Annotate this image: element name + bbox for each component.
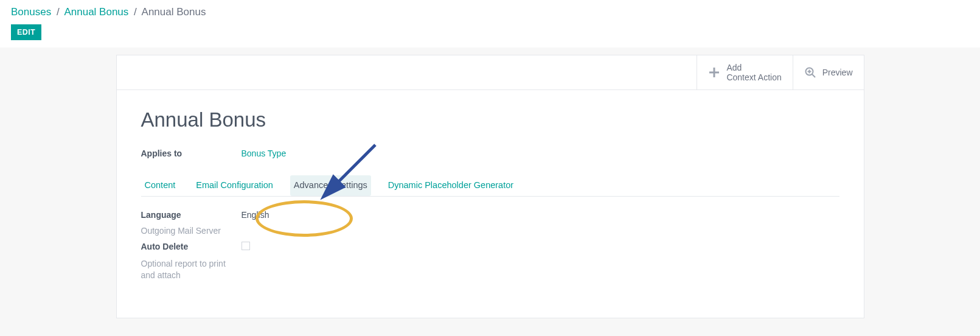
page-title: Annual Bonus	[141, 108, 839, 131]
optional-report-label: Optional report to print and attach	[141, 258, 242, 281]
tab-bar: Content Email Configuration Advanced Set…	[141, 175, 839, 197]
card-header: AddContext Action Preview	[117, 55, 864, 90]
preview-button[interactable]: Preview	[793, 55, 864, 89]
zoom-in-icon	[804, 66, 816, 79]
breadcrumb-current: Annual Bonus	[142, 6, 206, 18]
breadcrumb-link-bonuses[interactable]: Bonuses	[11, 6, 51, 18]
applies-to-value[interactable]: Bonus Type	[242, 149, 287, 158]
breadcrumb-sep: /	[57, 6, 60, 18]
breadcrumb-link-annual-bonus[interactable]: Annual Bonus	[64, 6, 128, 18]
outgoing-mail-server-label: Outgoing Mail Server	[141, 226, 242, 236]
auto-delete-checkbox[interactable]	[242, 242, 250, 250]
tab-email-configuration[interactable]: Email Configuration	[192, 175, 277, 196]
tab-content[interactable]: Content	[141, 175, 179, 196]
applies-to-label: Applies to	[141, 149, 242, 158]
annotation-ellipse	[255, 200, 353, 237]
breadcrumb: Bonuses / Annual Bonus / Annual Bonus	[11, 6, 969, 18]
add-context-label: AddContext Action	[726, 63, 781, 82]
auto-delete-label: Auto Delete	[141, 242, 242, 251]
breadcrumb-sep: /	[134, 6, 137, 18]
tab-dynamic-placeholder-generator[interactable]: Dynamic Placeholder Generator	[384, 175, 517, 196]
preview-label: Preview	[822, 68, 853, 77]
plus-icon	[708, 66, 720, 79]
add-context-action-button[interactable]: AddContext Action	[697, 55, 792, 89]
svg-line-3	[812, 74, 815, 77]
tab-advanced-settings[interactable]: Advanced Settings	[290, 175, 371, 196]
form-card: AddContext Action Preview Annual Bonus A…	[116, 55, 864, 318]
edit-button[interactable]: EDIT	[11, 24, 41, 40]
language-label: Language	[141, 210, 242, 220]
